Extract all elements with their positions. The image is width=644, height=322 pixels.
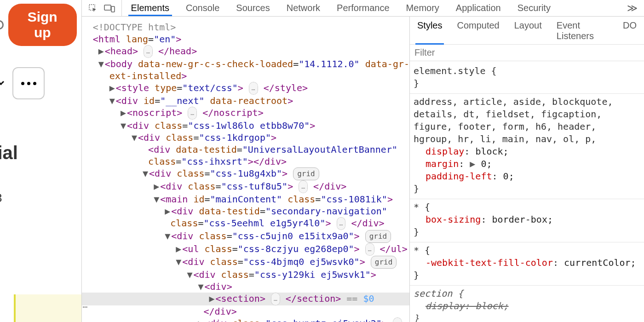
subtab-dom-more[interactable]: DO xyxy=(623,20,637,41)
subtab-computed[interactable]: Computed xyxy=(457,20,499,41)
digit-fragment: 3 xyxy=(0,191,77,205)
svg-rect-2 xyxy=(111,6,115,12)
headline-fragment: o artificial xyxy=(0,143,77,163)
tab-network[interactable]: Network xyxy=(287,3,320,13)
rule-selector[interactable]: section { xyxy=(414,288,640,300)
chevron-down-icon xyxy=(0,79,4,85)
loading-circle-icon xyxy=(0,20,4,29)
devtools-panel: Elements Console Sources Network Perform… xyxy=(82,0,644,322)
styles-subtabs: Styles Computed Layout Event Listeners D… xyxy=(410,17,644,45)
svg-rect-1 xyxy=(104,5,111,10)
subtab-event-listeners[interactable]: Event Listeners xyxy=(557,20,608,41)
tab-elements[interactable]: Elements xyxy=(131,3,169,13)
signup-button[interactable]: Sign up xyxy=(8,4,77,46)
dot-icon xyxy=(27,82,30,85)
device-toggle-icon[interactable] xyxy=(104,4,115,13)
rule-selector[interactable]: * { xyxy=(414,201,640,213)
dom-doctype[interactable]: <!DOCTYPE html> xyxy=(93,22,176,33)
tab-memory[interactable]: Memory xyxy=(406,3,439,13)
styles-pane: Styles Computed Layout Event Listeners D… xyxy=(409,17,644,322)
dom-tree-pane[interactable]: … <!DOCTYPE html> <html lang="en"> ▶<hea… xyxy=(82,17,409,322)
tab-security[interactable]: Security xyxy=(518,3,551,13)
underlying-page-left: Sign up ier o artificial 3 xyxy=(0,0,82,322)
tab-console[interactable]: Console xyxy=(186,3,219,13)
tab-sources[interactable]: Sources xyxy=(236,3,270,13)
grid-badge[interactable]: grid xyxy=(293,167,319,180)
dot-icon xyxy=(33,82,36,85)
rule-selector[interactable]: element.style { xyxy=(414,65,640,77)
dot-icon xyxy=(21,82,24,85)
devtools-top-bar: Elements Console Sources Network Perform… xyxy=(82,0,644,17)
highlight-block xyxy=(14,294,82,322)
rule-selector[interactable]: * { xyxy=(414,244,640,257)
tab-application[interactable]: Application xyxy=(456,3,501,13)
styles-filter-input[interactable] xyxy=(414,47,639,58)
grid-badge[interactable]: grid xyxy=(365,230,391,243)
more-tabs-icon[interactable]: ≫ xyxy=(627,2,644,14)
css-rules-list[interactable]: element.style { } address, article, asid… xyxy=(410,61,644,322)
dropdown-fragment[interactable]: ier xyxy=(0,76,3,91)
more-button[interactable] xyxy=(12,67,45,99)
devtools-tabs: Elements Console Sources Network Perform… xyxy=(122,0,627,16)
subtab-layout[interactable]: Layout xyxy=(514,20,542,41)
selected-dom-node[interactable]: ▶<section> … </section> == $0 xyxy=(82,293,409,305)
grid-badge[interactable]: grid xyxy=(371,256,397,269)
subtab-styles[interactable]: Styles xyxy=(417,20,442,41)
gutter-ellipsis-icon: … xyxy=(83,299,88,311)
inspect-icon[interactable] xyxy=(88,4,98,13)
tab-performance[interactable]: Performance xyxy=(337,3,390,13)
rule-selector[interactable]: address, article, aside, blockquote, det… xyxy=(414,96,640,145)
